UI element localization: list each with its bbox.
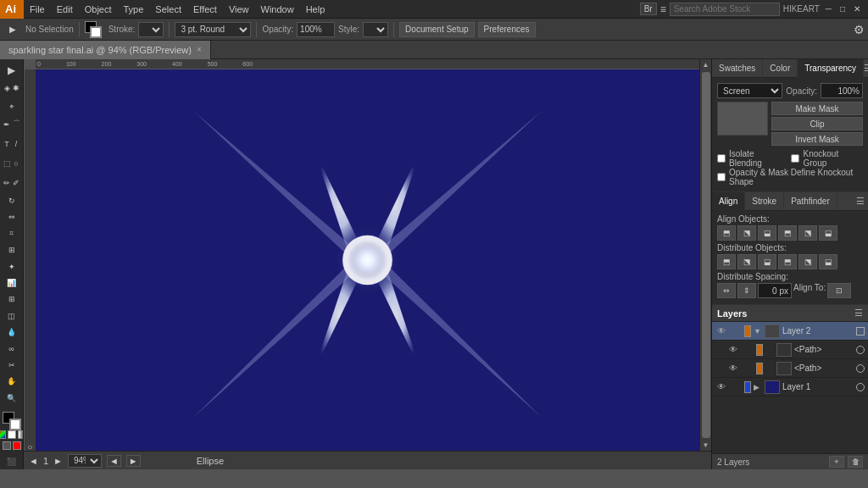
pencil-tool[interactable]: ✐ (12, 174, 21, 192)
eyedropper-tool[interactable]: 💧 (3, 324, 21, 340)
vscroll-thumb[interactable] (702, 72, 710, 438)
workspace-icon[interactable]: ≡ (660, 3, 666, 15)
stroke-icon[interactable] (13, 441, 21, 450)
zoom-stepper-left[interactable]: ◄ (107, 455, 121, 467)
list-item[interactable]: 👁 <Path> (712, 341, 868, 359)
zoom-tool[interactable]: 🔍 (3, 391, 21, 406)
spacing-input[interactable] (758, 283, 792, 298)
symbol-sprayer[interactable]: ✦ (3, 258, 21, 274)
panel-1-menu-icon[interactable]: ☰ (864, 63, 868, 74)
scissors-tool[interactable]: ✂ (3, 358, 21, 373)
selection-tool[interactable]: ▶ (3, 63, 21, 78)
layer-lock-icon[interactable] (730, 325, 742, 337)
distrib-top-button[interactable]: ⬒ (778, 254, 797, 269)
vscroll-down-arrow[interactable]: ▼ (701, 440, 711, 451)
document-tab[interactable]: sparkling star final.ai @ 94% (RGB/Previ… (0, 41, 211, 59)
doc-setup-button[interactable]: Document Setup (399, 22, 475, 37)
align-top-button[interactable]: ⬒ (778, 225, 797, 241)
artboard[interactable] (36, 69, 699, 451)
layers-panel-menu-icon[interactable]: ☰ (854, 308, 863, 319)
vscroll[interactable]: ▲ ▼ (699, 59, 711, 451)
layer-target-icon[interactable] (856, 383, 865, 391)
list-item[interactable]: 👁 <Path> (712, 359, 868, 378)
spacing-h-button[interactable]: ⇔ (717, 283, 736, 298)
layer-visibility-icon[interactable]: 👁 (715, 381, 727, 393)
line-tool[interactable]: / (12, 135, 21, 153)
swatches-tab[interactable]: Swatches (712, 59, 763, 78)
free-transform[interactable]: ⊞ (3, 242, 21, 258)
page-right-arrow[interactable]: ► (53, 456, 63, 466)
align-left-button[interactable]: ⬒ (717, 225, 736, 241)
page-left-arrow[interactable]: ◄ (29, 456, 38, 466)
list-item[interactable]: 👁 ▼ Layer 2 (712, 322, 868, 341)
layer-target-icon[interactable] (856, 346, 865, 354)
distrib-center-h-button[interactable]: ⬔ (737, 254, 756, 269)
menu-window[interactable]: Window (255, 0, 300, 19)
new-layer-button[interactable]: + (829, 456, 844, 468)
color-mode-icon[interactable] (0, 430, 6, 439)
knockout-group-checkbox[interactable] (791, 154, 799, 163)
spacing-v-button[interactable]: ⇕ (737, 283, 756, 298)
zoom-select[interactable]: 94% (68, 454, 102, 468)
align-center-v-button[interactable]: ⬔ (798, 225, 817, 241)
tab-close-icon[interactable]: × (197, 45, 202, 54)
search-input[interactable] (670, 3, 780, 16)
layer-visibility-icon[interactable]: 👁 (727, 344, 739, 356)
opacity-input[interactable] (297, 22, 335, 37)
distrib-center-v-button[interactable]: ⬔ (798, 254, 817, 269)
ellipse-tool[interactable]: ○ (12, 154, 21, 173)
invert-mask-button[interactable]: Invert Mask (771, 132, 863, 146)
transparency-tab[interactable]: Transparency (798, 59, 864, 78)
direct-select-tool[interactable]: ◈ (3, 79, 12, 97)
gradient-mode-icon[interactable] (18, 430, 25, 439)
toolbar-extra-icon[interactable]: ⚙ (854, 23, 865, 36)
layer-visibility-icon[interactable]: 👁 (727, 363, 739, 374)
align-right-button[interactable]: ⬓ (758, 225, 776, 241)
distrib-right-button[interactable]: ⬓ (758, 254, 776, 269)
menu-edit[interactable]: Edit (51, 0, 79, 19)
hand-tool[interactable]: ✋ (3, 374, 21, 389)
magic-wand-tool[interactable]: ✱ (12, 79, 21, 97)
stroke-tab[interactable]: Stroke (745, 192, 784, 211)
none-mode-icon[interactable] (8, 430, 16, 439)
gradient-tool[interactable]: ◫ (3, 308, 21, 324)
layer-visibility-icon[interactable]: 👁 (715, 325, 727, 337)
layer-lock-icon[interactable] (742, 344, 754, 356)
window-close[interactable]: ✕ (851, 4, 863, 14)
bridge-icon[interactable]: Br (640, 3, 657, 15)
align-to-select[interactable]: ⊡ (827, 283, 851, 298)
selection-tool-icon[interactable]: ▶ (3, 20, 22, 39)
menu-type[interactable]: Type (118, 0, 150, 19)
align-center-h-button[interactable]: ⬔ (737, 225, 756, 241)
panel-2-menu-icon[interactable]: ☰ (856, 196, 868, 207)
stroke-color-select[interactable] (138, 22, 164, 37)
mirror-tool[interactable]: ⇔ (3, 209, 21, 225)
clip-button[interactable]: Clip (771, 117, 863, 130)
menu-view[interactable]: View (223, 0, 255, 19)
fill-stroke-widget[interactable] (85, 21, 105, 38)
style-select[interactable] (363, 22, 388, 37)
column-graph[interactable]: 📊 (3, 275, 21, 291)
paintbrush-tool[interactable]: ✏ (3, 174, 12, 192)
layer-expand-icon[interactable]: ▼ (754, 327, 762, 336)
fill-stroke-tool[interactable] (3, 412, 21, 427)
menu-help[interactable]: Help (300, 0, 331, 19)
layer-lock-icon[interactable] (730, 381, 742, 393)
blend-mode-select[interactable]: Screen Normal Multiply Overlay (717, 83, 782, 98)
layer-target-icon[interactable] (856, 364, 865, 373)
make-mask-button[interactable]: Make Mask (771, 102, 863, 115)
lasso-tool[interactable]: ⌖ (3, 98, 21, 114)
type-tool[interactable]: T (3, 135, 12, 153)
list-item[interactable]: 👁 ▶ Layer 1 (712, 378, 868, 396)
color-tab[interactable]: Color (763, 59, 798, 78)
preferences-button[interactable]: Preferences (478, 22, 536, 37)
layer-expand-icon[interactable]: ▶ (754, 383, 762, 391)
curvature-tool[interactable]: ⌒ (12, 115, 21, 134)
align-bottom-button[interactable]: ⬓ (819, 225, 837, 241)
rect-tool[interactable]: ⬚ (3, 154, 12, 173)
layer-lock-icon[interactable] (742, 363, 754, 374)
menu-file[interactable]: File (24, 0, 51, 19)
zoom-stepper-right[interactable]: ► (126, 455, 141, 467)
opacity-mask-checkbox[interactable] (717, 173, 726, 181)
pathfinder-tab[interactable]: Pathfinder (784, 192, 837, 211)
